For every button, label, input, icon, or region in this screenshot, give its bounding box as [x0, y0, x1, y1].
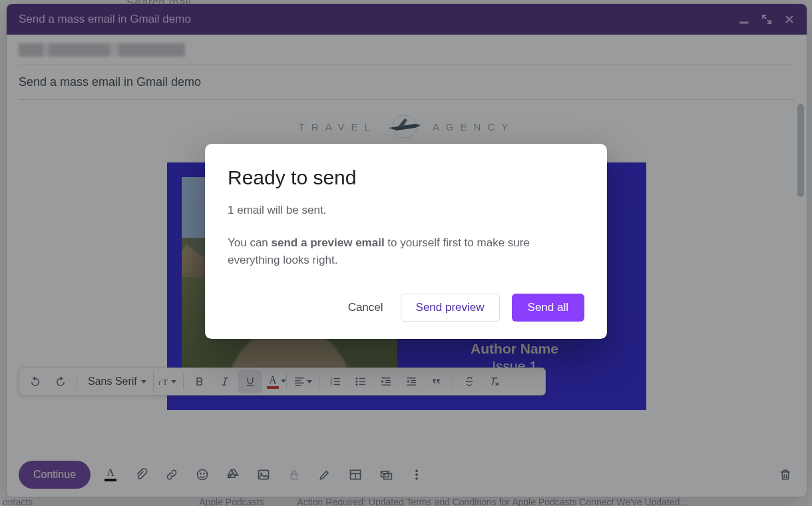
dialog-body-prefix: You can [228, 236, 272, 249]
dialog-body-text: You can send a preview email to yourself… [228, 234, 584, 270]
cancel-button[interactable]: Cancel [343, 294, 389, 321]
dialog-count-line: 1 email will be sent. [228, 204, 584, 217]
dialog-body-bold: send a preview email [272, 236, 385, 249]
ready-to-send-dialog: Ready to send 1 email will be sent. You … [205, 144, 607, 339]
dialog-title: Ready to send [228, 166, 584, 189]
dialog-actions: Cancel Send preview Send all [228, 294, 584, 322]
send-all-button[interactable]: Send all [512, 294, 584, 322]
send-preview-button[interactable]: Send preview [401, 294, 500, 322]
